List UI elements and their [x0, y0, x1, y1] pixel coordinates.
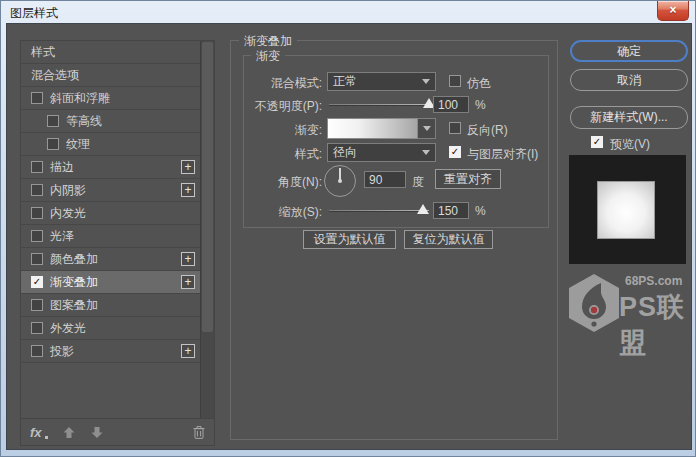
align-with-layer-checkbox[interactable] [449, 146, 461, 158]
sidebar-item[interactable]: 斜面和浮雕 [21, 87, 201, 110]
scrollbar-thumb[interactable] [202, 42, 213, 332]
close-button[interactable]: × [657, 1, 689, 21]
angle-label: 角度(N): [244, 174, 322, 191]
effect-checkbox[interactable] [31, 207, 43, 219]
preview-label: 预览(V) [610, 136, 650, 153]
move-up-button[interactable] [62, 426, 76, 439]
gradient-picker[interactable] [327, 118, 418, 139]
effect-checkbox[interactable] [31, 230, 43, 242]
sidebar-item[interactable]: 等高线 [21, 110, 201, 133]
sidebar-item-label: 混合选项 [31, 67, 79, 84]
add-effect-button[interactable]: + [181, 344, 195, 358]
sidebar-item-label: 内阴影 [50, 182, 86, 199]
gradient-preview-square [597, 181, 655, 239]
delete-effect-button[interactable] [192, 425, 206, 440]
reset-default-button[interactable]: 复位为默认值 [404, 230, 493, 249]
effect-checkbox[interactable] [47, 115, 59, 127]
sidebar-item[interactable]: 样式 [21, 41, 201, 64]
set-default-button[interactable]: 设置为默认值 [303, 230, 396, 249]
add-effect-button[interactable]: + [181, 183, 195, 197]
preview-checkbox[interactable] [591, 136, 603, 148]
scale-label: 缩放(S): [244, 204, 322, 221]
sidebar-item-label: 颜色叠加 [50, 251, 98, 268]
gradient-overlay-panel: 渐变叠加 渐变 混合模式: 正常 仿色 不透明度(P): % [230, 40, 558, 440]
align-with-layer-label: 与图层对齐(I) [467, 146, 538, 163]
opacity-slider[interactable] [329, 96, 429, 112]
sidebar-item[interactable]: 图案叠加 [21, 294, 201, 317]
effect-checkbox[interactable] [31, 276, 43, 288]
effect-checkbox[interactable] [31, 184, 43, 196]
slider-track [329, 210, 429, 212]
reverse-checkbox[interactable] [449, 122, 461, 134]
watermark-name: PS联盟 [619, 289, 696, 361]
gradient-style-value: 径向 [333, 144, 357, 161]
sidebar-item[interactable]: 混合选项 [21, 64, 201, 87]
opacity-input[interactable] [433, 96, 469, 113]
add-effect-button[interactable]: + [181, 160, 195, 174]
effect-checkbox[interactable] [31, 299, 43, 311]
sidebar-item[interactable]: 渐变叠加+ [21, 271, 201, 294]
slider-thumb[interactable] [417, 204, 429, 214]
sidebar-item[interactable]: 光泽 [21, 225, 201, 248]
sidebar-item-label: 样式 [31, 44, 55, 61]
sidebar-item-label: 等高线 [66, 113, 102, 130]
sidebar-item[interactable]: 外发光 [21, 317, 201, 340]
effect-checkbox[interactable] [31, 345, 43, 357]
angle-dial[interactable] [324, 165, 356, 197]
sidebar-list: 样式混合选项斜面和浮雕等高线纹理描边+内阴影+内发光光泽颜色叠加+渐变叠加+图案… [21, 41, 201, 419]
gradient-picker-dropdown[interactable] [418, 118, 436, 139]
sidebar-item[interactable]: 纹理 [21, 133, 201, 156]
watermark-site: 68PS.com [625, 274, 682, 288]
effect-checkbox[interactable] [31, 253, 43, 265]
dialog-content: 样式混合选项斜面和浮雕等高线纹理描边+内阴影+内发光光泽颜色叠加+渐变叠加+图案… [6, 23, 692, 450]
blend-mode-value: 正常 [333, 73, 357, 90]
reverse-label: 反向(R) [467, 122, 508, 139]
dither-checkbox[interactable] [449, 75, 461, 87]
arrow-down-icon [90, 426, 104, 439]
effect-checkbox[interactable] [31, 161, 43, 173]
effect-checkbox[interactable] [31, 322, 43, 334]
sidebar-item-label: 光泽 [50, 228, 74, 245]
blend-mode-label: 混合模式: [244, 75, 322, 92]
scale-slider[interactable] [329, 202, 429, 218]
styles-sidebar: 样式混合选项斜面和浮雕等高线纹理描边+内阴影+内发光光泽颜色叠加+渐变叠加+图案… [20, 40, 215, 446]
gradient-group: 渐变 混合模式: 正常 仿色 不透明度(P): % 渐变: [243, 55, 549, 228]
group-title: 渐变 [251, 48, 285, 65]
sidebar-item[interactable]: 描边+ [21, 156, 201, 179]
preview-thumbnail [569, 155, 686, 264]
add-effect-button[interactable]: + [181, 252, 195, 266]
ok-button[interactable]: 确定 [570, 40, 688, 62]
sidebar-item[interactable]: 颜色叠加+ [21, 248, 201, 271]
scale-unit: % [475, 204, 486, 218]
scale-input[interactable] [433, 202, 469, 219]
move-down-button[interactable] [90, 426, 104, 439]
sidebar-item[interactable]: 投影+ [21, 340, 201, 363]
title-bar[interactable]: 图层样式 × [1, 1, 695, 23]
window-title: 图层样式 [10, 5, 58, 22]
gradient-style-select[interactable]: 径向 [327, 143, 436, 162]
angle-unit: 度 [412, 174, 424, 191]
effect-checkbox[interactable] [31, 92, 43, 104]
sidebar-item-label: 投影 [50, 343, 74, 360]
sidebar-item[interactable]: 内阴影+ [21, 179, 201, 202]
sidebar-scrollbar[interactable] [200, 41, 214, 419]
sidebar-item-label: 外发光 [50, 320, 86, 337]
blend-mode-select[interactable]: 正常 [327, 72, 436, 91]
sidebar-footer: fx [21, 418, 214, 445]
sidebar-item-label: 描边 [50, 159, 74, 176]
add-effect-button[interactable]: + [181, 275, 195, 289]
new-style-button[interactable]: 新建样式(W)... [570, 106, 688, 129]
cancel-button[interactable]: 取消 [570, 69, 688, 91]
arrow-up-icon [62, 426, 76, 439]
sidebar-item-label: 斜面和浮雕 [50, 90, 110, 107]
effect-checkbox[interactable] [47, 138, 59, 150]
angle-input[interactable] [364, 171, 406, 188]
slider-track [329, 104, 429, 106]
gradient-label: 渐变: [244, 122, 322, 139]
sidebar-item[interactable]: 内发光 [21, 202, 201, 225]
close-icon: × [669, 3, 676, 17]
reset-align-button[interactable]: 重置对齐 [435, 169, 501, 189]
hexagon-logo-icon [567, 273, 621, 333]
fx-menu-button[interactable]: fx [30, 425, 48, 440]
sidebar-item-label: 图案叠加 [50, 297, 98, 314]
